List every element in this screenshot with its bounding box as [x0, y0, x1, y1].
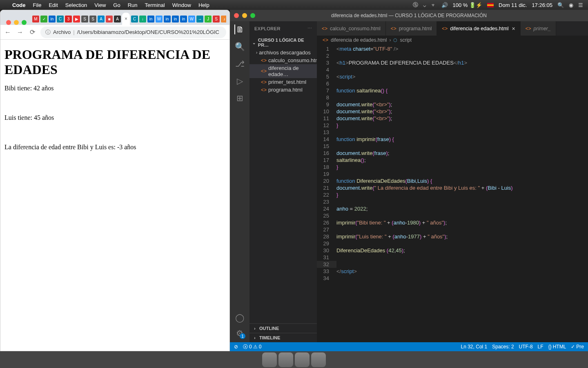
more-icon[interactable]: ⋯: [307, 26, 312, 31]
chevron-right-icon: ›: [252, 336, 258, 340]
tab-primer[interactable]: <> primer_: [521, 21, 556, 36]
status-spaces[interactable]: Spaces: 2: [492, 344, 514, 350]
html-file-icon: <>: [442, 26, 448, 31]
favicon[interactable]: in: [147, 16, 154, 22]
status-bar: ⊘ ⓧ 0 ⚠ 0 Ln 32, Col 1 Spaces: 2 UTF-8 L…: [230, 342, 588, 351]
status-cursor[interactable]: Ln 32, Col 1: [461, 344, 488, 350]
menu-list-icon[interactable]: ☰: [578, 2, 583, 8]
favicon[interactable]: W: [156, 16, 163, 22]
explorer-icon[interactable]: 🗎: [234, 25, 244, 34]
breadcrumb[interactable]: <> diferencia de edades.html › ⬡ script: [317, 36, 588, 45]
menubar-time[interactable]: 17:26:05: [532, 2, 552, 8]
dock-app[interactable]: [278, 352, 293, 367]
browser-tab-active[interactable]: ×: [122, 13, 130, 25]
run-debug-icon[interactable]: ▷: [235, 76, 245, 86]
favicon[interactable]: in: [164, 16, 171, 22]
file-calculo[interactable]: <> calculo_consumo.html: [249, 56, 317, 64]
siri-icon[interactable]: ◉: [569, 2, 573, 8]
html-file-icon: <>: [261, 79, 267, 85]
favicon[interactable]: ■: [106, 16, 113, 22]
chevron-right-icon: ›: [252, 326, 258, 331]
tab-calculo[interactable]: <> calculo_consumo.html: [317, 21, 386, 36]
favicon[interactable]: A: [98, 16, 105, 22]
tab-programa[interactable]: <> programa.html: [386, 21, 437, 36]
macos-dock: [0, 351, 588, 368]
menu-run[interactable]: Run: [128, 2, 138, 8]
favicon[interactable]: in: [180, 16, 187, 22]
addr-path: /Users/bibianamozo/Desktop/ONE/CURSO%201…: [77, 29, 219, 35]
code-editor[interactable]: 1<meta charset="UTF-8" /> 2 3<h1>PROGRAM…: [317, 45, 588, 342]
favicon[interactable]: S: [81, 16, 88, 22]
favicon[interactable]: C: [57, 16, 64, 22]
tab-diferencia[interactable]: <> diferencia de edades.html ×: [437, 21, 520, 36]
tab-close-icon[interactable]: ×: [125, 16, 127, 22]
flag-spain-icon[interactable]: [487, 3, 494, 7]
favicon[interactable]: 3: [65, 16, 72, 22]
favicon[interactable]: W: [188, 16, 195, 22]
file-primer-test[interactable]: <> primer_test.html: [249, 78, 317, 86]
extensions-icon[interactable]: ⊞: [235, 93, 245, 103]
favicon[interactable]: in: [49, 16, 56, 22]
address-bar[interactable]: ⓘ Archivo | /Users/bibianamozo/Desktop/O…: [40, 27, 226, 38]
favicon[interactable]: S: [89, 16, 96, 22]
close-tab-icon[interactable]: ×: [512, 25, 515, 32]
folder-archivos[interactable]: › archivos descargados: [249, 49, 317, 56]
menu-app[interactable]: Code: [12, 2, 26, 8]
status-remote[interactable]: ⊘: [234, 344, 238, 350]
favicon[interactable]: in: [172, 16, 179, 22]
wifi-icon[interactable]: ᯤ: [431, 2, 437, 8]
account-icon[interactable]: ◯: [235, 313, 245, 323]
dock-app[interactable]: [311, 352, 326, 367]
back-button[interactable]: ←: [4, 28, 12, 36]
settings-icon[interactable]: ⚙1: [235, 328, 245, 338]
menu-file[interactable]: File: [33, 2, 42, 8]
status-problems[interactable]: ⓧ 0 ⚠ 0: [243, 343, 261, 350]
favicon[interactable]: ▶: [73, 16, 80, 22]
close-window-button[interactable]: [6, 20, 11, 25]
favicon[interactable]: ✓: [40, 16, 47, 22]
menubar-date[interactable]: Dom 11 dic.: [499, 2, 527, 8]
timeline-section[interactable]: › TIMELINE: [249, 333, 317, 342]
dock-app[interactable]: [295, 352, 310, 367]
menu-edit[interactable]: Edit: [49, 2, 58, 8]
file-programa[interactable]: <> programa.html: [249, 86, 317, 94]
search-icon[interactable]: 🔍: [235, 42, 245, 52]
battery-text[interactable]: 100 % 🔋⚡: [453, 2, 483, 8]
menu-view[interactable]: View: [94, 2, 106, 8]
project-root[interactable]: ⌄ CURSO 1 LÓGICA DE PR…: [249, 36, 317, 49]
favicon[interactable]: →: [196, 16, 203, 22]
menu-help[interactable]: Help: [198, 2, 209, 8]
bluetooth-icon[interactable]: ⌵: [423, 2, 426, 8]
favicon[interactable]: S: [213, 16, 220, 22]
spotlight-icon[interactable]: 🔍: [557, 2, 564, 8]
favicon[interactable]: ♪: [221, 16, 226, 22]
maximize-window-button[interactable]: [22, 20, 27, 25]
menu-go[interactable]: Go: [113, 2, 120, 8]
source-control-icon[interactable]: ⎇: [235, 59, 245, 69]
skype-icon[interactable]: Ⓢ: [413, 1, 418, 9]
forward-button[interactable]: →: [16, 28, 24, 36]
status-prettier[interactable]: ✓ Pre: [571, 344, 584, 350]
favicon[interactable]: J: [205, 16, 212, 22]
favicon[interactable]: M: [32, 16, 39, 22]
status-eol[interactable]: LF: [538, 344, 543, 350]
favicon[interactable]: A: [114, 16, 121, 22]
html-file-icon: <>: [323, 37, 328, 43]
volume-icon[interactable]: 🔊: [441, 2, 448, 8]
chevron-down-icon: ⌄: [251, 40, 257, 45]
menu-selection[interactable]: Selection: [65, 2, 87, 8]
menu-terminal[interactable]: Terminal: [145, 2, 165, 8]
sidebar: EXPLORER ⋯ ⌄ CURSO 1 LÓGICA DE PR… › arc…: [249, 21, 317, 342]
menu-window[interactable]: Window: [172, 2, 191, 8]
favicon[interactable]: C: [131, 16, 138, 22]
browser-tabstrip: M ✓ in C 3 ▶ S S A ■ A × C ↓ in W in in …: [0, 10, 229, 25]
favicon[interactable]: ↓: [139, 16, 146, 22]
outline-section[interactable]: › OUTLINE: [249, 323, 317, 333]
minimize-window-button[interactable]: [14, 20, 19, 25]
status-language[interactable]: {} HTML: [548, 344, 566, 350]
macos-menubar: Code File Edit Selection View Go Run Ter…: [0, 0, 588, 10]
status-encoding[interactable]: UTF-8: [519, 344, 533, 350]
dock-app[interactable]: [262, 352, 277, 367]
file-diferencia[interactable]: <> diferencia de edade…: [249, 64, 317, 78]
reload-button[interactable]: ⟳: [28, 28, 36, 36]
